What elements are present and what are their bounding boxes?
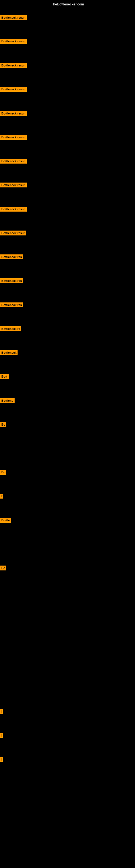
bottleneck-badge: Bottleneck res — [0, 254, 23, 259]
bottleneck-badge: Bottleneck result — [0, 63, 27, 68]
bottleneck-badge: Bottleneck result — [0, 111, 27, 116]
bottleneck-badge: | — [0, 733, 3, 738]
bottleneck-badge: Bottleneck — [0, 350, 17, 355]
site-title: TheBottlenecker.com — [0, 2, 135, 6]
bottleneck-badge: Bottleneck result — [0, 87, 27, 92]
bottleneck-badge: Bo — [0, 422, 6, 427]
bottleneck-badge: B — [0, 494, 3, 499]
bottleneck-badge: Bottleneck result — [0, 159, 27, 163]
bottleneck-badge: Bo — [0, 565, 6, 570]
bottleneck-badge: Bottle — [0, 518, 11, 523]
bottleneck-badge: Bottleneck result — [0, 207, 27, 212]
bottleneck-badge: | — [0, 757, 3, 762]
bottleneck-badge: Bottleneck res — [0, 278, 23, 283]
bottleneck-badge: Bottleneck res — [0, 303, 23, 307]
bottleneck-badge: | — [0, 709, 3, 714]
bottleneck-badge: Bottleneck result — [0, 183, 27, 187]
bottleneck-badge: Bottleneck result — [0, 15, 27, 20]
bottleneck-badge: Bottleneck re — [0, 326, 21, 331]
bottleneck-badge: Bottleneck result — [0, 135, 27, 140]
bottleneck-badge: Bottleneck result — [0, 230, 26, 236]
bottleneck-badge: Bottlene — [0, 398, 14, 403]
bottleneck-badge: Bott — [0, 374, 9, 379]
bottleneck-badge: Bo — [0, 470, 6, 475]
bottleneck-badge: Bottleneck result — [0, 39, 27, 44]
